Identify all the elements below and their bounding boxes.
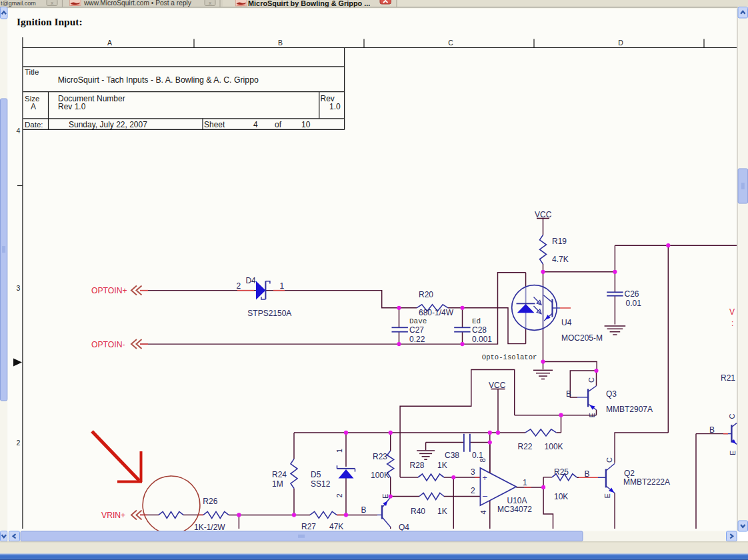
svg-text:2: 2 — [17, 439, 21, 447]
svg-text:B: B — [585, 469, 590, 479]
svg-text:MC34072: MC34072 — [497, 505, 532, 514]
svg-text:Date:: Date: — [25, 121, 43, 129]
svg-text:A: A — [31, 102, 36, 111]
svg-text:C: C — [605, 457, 613, 463]
svg-text:R28: R28 — [410, 461, 425, 470]
svg-text:MMBT2222A: MMBT2222A — [623, 477, 670, 487]
svg-text:Q4: Q4 — [399, 523, 409, 532]
svg-text:Title: Title — [25, 68, 39, 76]
svg-text:Q2: Q2 — [624, 469, 635, 478]
svg-text:8: 8 — [479, 458, 487, 462]
svg-text:OPTOIN+: OPTOIN+ — [91, 286, 127, 295]
svg-text:C26: C26 — [625, 289, 639, 299]
svg-text:R27: R27 — [301, 522, 316, 531]
svg-text:4: 4 — [479, 510, 487, 514]
svg-text:VCC: VCC — [535, 210, 552, 219]
svg-text:VCC: VCC — [489, 381, 506, 390]
svg-text:Opto-isolator: Opto-isolator — [482, 353, 537, 361]
svg-text:Sheet: Sheet — [204, 120, 225, 129]
svg-text:1.0: 1.0 — [329, 102, 341, 111]
svg-text:10: 10 — [301, 120, 311, 129]
svg-text:C28: C28 — [472, 325, 487, 335]
svg-text:Dave: Dave — [409, 317, 427, 325]
svg-text:x: x — [209, 0, 211, 6]
svg-text:E: E — [588, 413, 596, 417]
svg-text:C27: C27 — [409, 325, 424, 335]
svg-text:Ignition Input:: Ignition Input: — [17, 16, 83, 27]
svg-text:C: C — [728, 414, 736, 419]
svg-text:t@gmail.com: t@gmail.com — [1, 0, 36, 7]
svg-text:MicroSquirt - Tach Inputs - B.: MicroSquirt - Tach Inputs - B. A. Bowlin… — [58, 75, 259, 85]
svg-text:R21: R21 — [721, 373, 735, 383]
svg-text:Rev 1.0: Rev 1.0 — [58, 102, 86, 111]
svg-text:10K: 10K — [554, 492, 568, 501]
svg-text:1: 1 — [280, 281, 285, 291]
svg-text:3: 3 — [471, 467, 475, 477]
svg-text:V: V — [729, 307, 735, 317]
svg-text:MOC205-M: MOC205-M — [561, 333, 603, 343]
svg-text:1K-1/2W: 1K-1/2W — [194, 523, 225, 532]
svg-text:B: B — [566, 389, 571, 399]
svg-text:D: D — [618, 39, 623, 47]
svg-text:2: 2 — [335, 493, 343, 497]
svg-text:R24: R24 — [272, 470, 287, 479]
svg-text:U4: U4 — [561, 318, 572, 327]
svg-text:of: of — [275, 120, 282, 129]
svg-text:Sunday, July 22, 2007: Sunday, July 22, 2007 — [69, 120, 147, 129]
svg-text:STPS2150A: STPS2150A — [247, 309, 291, 318]
svg-text:680-1/4W: 680-1/4W — [419, 308, 454, 317]
svg-text:E: E — [729, 451, 737, 455]
svg-text:B: B — [278, 39, 283, 47]
svg-text:Q3: Q3 — [606, 389, 617, 399]
svg-text:4: 4 — [253, 120, 258, 129]
svg-text:R26: R26 — [203, 497, 217, 506]
svg-text:D5: D5 — [311, 470, 321, 479]
svg-text:0.001: 0.001 — [472, 335, 492, 344]
svg-text:R23: R23 — [373, 452, 387, 461]
svg-text:100K: 100K — [371, 471, 389, 480]
svg-text:Ed: Ed — [472, 317, 481, 325]
svg-text:0.22: 0.22 — [409, 335, 425, 344]
svg-text:R22: R22 — [518, 442, 533, 451]
svg-text:1K: 1K — [437, 507, 447, 516]
svg-text:OPTOIN-: OPTOIN- — [91, 340, 125, 349]
svg-text:R40: R40 — [411, 507, 425, 516]
svg-text:E: E — [381, 494, 389, 499]
svg-text:1: 1 — [335, 449, 343, 453]
svg-text:4.7K: 4.7K — [552, 255, 569, 264]
svg-text:MMBT2907A: MMBT2907A — [606, 405, 653, 414]
svg-text:1K: 1K — [437, 461, 447, 470]
svg-text:R25: R25 — [554, 467, 569, 477]
svg-text:B: B — [709, 425, 715, 435]
svg-text:MicroSquirt by Bowling & Gripp: MicroSquirt by Bowling & Grippo ... — [248, 0, 370, 7]
svg-text:A: A — [107, 39, 112, 47]
svg-text:1M: 1M — [272, 479, 283, 489]
svg-text:B: B — [361, 505, 367, 515]
svg-text:4: 4 — [17, 127, 21, 135]
svg-text:D4: D4 — [245, 276, 256, 285]
svg-text:www.MicroSquirt.com • Post a r: www.MicroSquirt.com • Post a reply — [83, 0, 192, 7]
svg-text:2: 2 — [471, 486, 475, 495]
svg-text:47K: 47K — [329, 522, 343, 531]
svg-text:0.01: 0.01 — [626, 299, 642, 308]
svg-text:R20: R20 — [419, 290, 433, 299]
svg-text:100K: 100K — [545, 442, 563, 451]
svg-text:E: E — [603, 493, 611, 498]
svg-text:+: + — [483, 473, 487, 483]
svg-text:C: C — [448, 39, 453, 47]
svg-text:VRIN+: VRIN+ — [101, 511, 125, 520]
svg-text:x: x — [51, 0, 53, 6]
svg-text::: : — [731, 319, 733, 328]
svg-text:C: C — [587, 377, 595, 383]
svg-text:2: 2 — [237, 281, 241, 291]
svg-text:R19: R19 — [552, 237, 567, 246]
svg-text:SS12: SS12 — [311, 479, 331, 489]
svg-text:–: – — [483, 491, 487, 501]
svg-text:3: 3 — [17, 284, 21, 292]
svg-text:C38: C38 — [445, 451, 459, 460]
svg-text:1: 1 — [523, 478, 527, 487]
